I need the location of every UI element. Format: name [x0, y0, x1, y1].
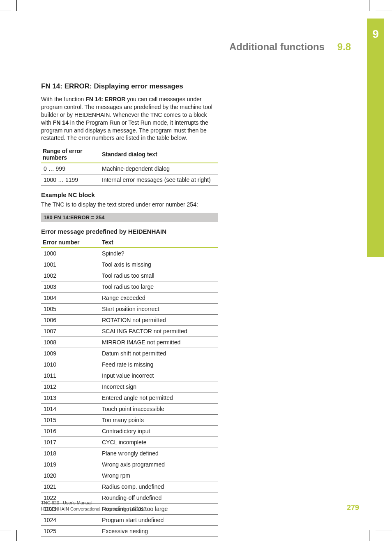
table-row: 1000 … 1199Internal error messages (see …: [41, 174, 218, 186]
table-row: 1017CYCL incomplete: [41, 437, 218, 448]
table-header: Standard dialog text: [99, 146, 218, 163]
table-cell: 1018: [41, 448, 99, 459]
table-header: Text: [99, 237, 218, 248]
table-cell: Entered angle not permitted: [99, 392, 218, 404]
table-cell: Input value incorrect: [99, 370, 218, 381]
table-cell: Tool radius too large: [99, 281, 218, 293]
table-cell: Start position incorrect: [99, 304, 218, 315]
intro-bold: FN 14: ERROR: [85, 96, 125, 102]
example-code: 180 FN 14:ERROR = 254: [41, 213, 218, 222]
table-cell: 1015: [41, 415, 99, 426]
table-cell: Range exceeded: [99, 293, 218, 304]
table-cell: Machine-dependent dialog: [99, 163, 218, 174]
table-row: 1003Tool radius too large: [41, 281, 218, 293]
table-cell: Incorrect sign: [99, 381, 218, 392]
heading: FN 14: ERROR: Displaying error messages: [41, 82, 218, 91]
table-cell: 1004: [41, 293, 99, 304]
section-number: 9.8: [337, 41, 351, 52]
table-cell: MIRROR IMAGE not permitted: [99, 337, 218, 348]
table-cell: 1005: [41, 304, 99, 315]
table-row: 1008MIRROR IMAGE not permitted: [41, 337, 218, 348]
table-cell: Too many points: [99, 415, 218, 426]
table-row: 1014Touch point inaccessible: [41, 404, 218, 415]
running-header: Additional functions 9.8: [41, 41, 351, 53]
table-cell: 1009: [41, 348, 99, 359]
table-row: 1005Start position incorrect: [41, 304, 218, 315]
content-column: FN 14: ERROR: Displaying error messages …: [41, 82, 218, 541]
table-row: 1010Feed rate is missing: [41, 359, 218, 370]
table-cell: 1021: [41, 481, 99, 492]
table-row: 1018Plane wrongly defined: [41, 448, 218, 459]
crop-mark: [376, 11, 392, 11]
table-cell: 1000 … 1199: [41, 174, 99, 186]
table-cell: 1012: [41, 381, 99, 392]
range-table: Range of error numbers Standard dialog t…: [41, 146, 218, 186]
table-cell: SCALING FACTOR not permitted: [99, 326, 218, 337]
table-cell: Tool axis is missing: [99, 259, 218, 270]
table-row: 1020Wrong rpm: [41, 470, 218, 481]
table-cell: 1017: [41, 437, 99, 448]
table-cell: ROTATION not permitted: [99, 315, 218, 326]
table-row: 1015Too many points: [41, 415, 218, 426]
table-row: 1021Radius comp. undefined: [41, 481, 218, 492]
crop-mark: [0, 530, 11, 530]
table-row: 1012Incorrect sign: [41, 381, 218, 392]
table-cell: Excessive nesting: [99, 526, 218, 537]
table-cell: 1006: [41, 315, 99, 326]
table-cell: Plane wrongly defined: [99, 448, 218, 459]
table-cell: 1008: [41, 337, 99, 348]
table-row: 1009Datum shift not permitted: [41, 348, 218, 359]
error-table-title: Error message predefined by HEIDENHAIN: [41, 228, 218, 235]
side-tab: 9: [367, 19, 384, 257]
table-cell: Tool radius too small: [99, 270, 218, 281]
table-row: 1002Tool radius too small: [41, 270, 218, 281]
table-row: 1025Excessive nesting: [41, 526, 218, 537]
table-header: Error number: [41, 237, 99, 248]
table-cell: Contradictory input: [99, 426, 218, 437]
chapter-number: 9: [367, 28, 384, 41]
footer: TNC 620 | User's Manual HEIDENHAIN Conve…: [41, 500, 146, 512]
example-title: Example NC block: [41, 191, 218, 198]
table-row: 1013Entered angle not permitted: [41, 392, 218, 404]
table-cell: 1011: [41, 370, 99, 381]
table-cell: 1002: [41, 270, 99, 281]
table-cell: Touch point inaccessible: [99, 404, 218, 415]
table-cell: Spindle?: [99, 248, 218, 259]
intro-bold: FN 14: [53, 119, 69, 126]
crop-mark: [369, 530, 369, 541]
table-cell: 1000: [41, 248, 99, 259]
intro-text: With the function: [41, 96, 85, 102]
table-header-row: Error number Text: [41, 237, 218, 248]
crop-mark: [16, 530, 17, 541]
table-row: 1024Program start undefined: [41, 515, 218, 526]
table-row: 1007SCALING FACTOR not permitted: [41, 326, 218, 337]
table-cell: Wrong rpm: [99, 470, 218, 481]
table-cell: Wrong axis programmed: [99, 459, 218, 470]
table-cell: 1014: [41, 404, 99, 415]
table-cell: Radius comp. undefined: [99, 481, 218, 492]
table-cell: 1016: [41, 426, 99, 437]
page: 9 Additional functions 9.8 FN 14: ERROR:…: [0, 0, 392, 541]
section-title: Additional functions: [229, 41, 325, 52]
table-cell: 1019: [41, 459, 99, 470]
intro-paragraph: With the function FN 14: ERROR you can c…: [41, 95, 218, 142]
table-cell: 1025: [41, 526, 99, 537]
table-cell: Internal error messages (see table at ri…: [99, 174, 218, 186]
table-row: 1006ROTATION not permitted: [41, 315, 218, 326]
table-header-row: Range of error numbers Standard dialog t…: [41, 146, 218, 163]
footer-line: HEIDENHAIN Conversational Programming | …: [41, 506, 146, 512]
table-cell: Datum shift not permitted: [99, 348, 218, 359]
table-cell: 1013: [41, 392, 99, 404]
crop-mark: [16, 0, 17, 11]
table-row: 1001Tool axis is missing: [41, 259, 218, 270]
error-table: Error number Text 1000Spindle?1001Tool a…: [41, 237, 218, 537]
table-row: 1019Wrong axis programmed: [41, 459, 218, 470]
table-row: 1000Spindle?: [41, 248, 218, 259]
table-row: 1011Input value incorrect: [41, 370, 218, 381]
crop-mark: [369, 0, 369, 11]
table-row: 0 … 999Machine-dependent dialog: [41, 163, 218, 174]
table-cell: 0 … 999: [41, 163, 99, 174]
table-cell: 1003: [41, 281, 99, 293]
table-header: Range of error numbers: [41, 146, 99, 163]
page-number: 279: [347, 504, 359, 512]
